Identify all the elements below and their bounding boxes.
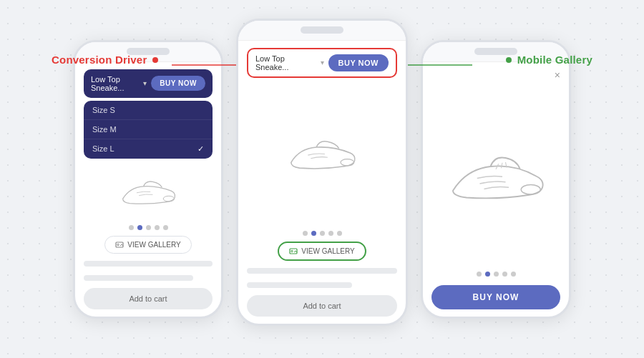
dots-center bbox=[247, 231, 397, 236]
dot-5 bbox=[163, 225, 168, 230]
phone-right: × bbox=[421, 40, 571, 319]
phone-right-body: × bbox=[423, 62, 569, 317]
add-to-cart-center[interactable]: Add to cart bbox=[247, 295, 397, 317]
dot-c1 bbox=[303, 231, 308, 236]
conversion-driver-label: Conversion Driver bbox=[52, 54, 158, 66]
conversion-driver-bar-center[interactable]: Low Top Sneake... ▾ BUY NOW bbox=[247, 48, 397, 78]
chevron-icon-left: ▾ bbox=[143, 79, 147, 87]
buy-now-btn-left[interactable]: BUY NOW bbox=[151, 76, 205, 91]
sneaker-image-right bbox=[442, 145, 550, 209]
dot-c3 bbox=[320, 231, 325, 236]
size-dropdown: Size S Size M Size L ✓ bbox=[84, 101, 213, 159]
dot-3 bbox=[146, 225, 151, 230]
phone-left-body: Low Top Sneake... ▾ BUY NOW Size S Size … bbox=[75, 62, 221, 317]
svg-point-5 bbox=[291, 250, 293, 252]
phone-center-body: Low Top Sneake... ▾ BUY NOW bbox=[238, 41, 406, 324]
conversion-driver-text: Conversion Driver bbox=[52, 54, 147, 66]
sneaker-area-right bbox=[431, 89, 560, 266]
size-s-label: Size S bbox=[92, 106, 115, 114]
conversion-driver-dot bbox=[152, 57, 158, 63]
dots-right bbox=[431, 272, 560, 277]
gallery-icon-center bbox=[289, 247, 298, 254]
dropdown-size-l[interactable]: Size L ✓ bbox=[84, 139, 213, 159]
view-gallery-label-center: VIEW GALLERY bbox=[301, 247, 354, 255]
size-l-label: Size L bbox=[92, 144, 114, 153]
close-btn-right[interactable]: × bbox=[431, 69, 560, 81]
dot-r2 bbox=[485, 272, 490, 277]
dropdown-size-s[interactable]: Size S bbox=[84, 101, 213, 119]
svg-point-6 bbox=[521, 185, 540, 195]
dot-r1 bbox=[477, 272, 482, 277]
buy-now-btn-center[interactable]: BUY NOW bbox=[328, 54, 389, 71]
buy-now-btn-right[interactable]: BUY NOW bbox=[431, 285, 560, 309]
dot-c2 bbox=[311, 231, 316, 236]
content-line-2 bbox=[84, 275, 193, 281]
check-icon: ✓ bbox=[197, 144, 204, 154]
dropdown-size-m[interactable]: Size M bbox=[84, 119, 213, 139]
conversion-driver-bar[interactable]: Low Top Sneake... ▾ BUY NOW bbox=[84, 69, 213, 98]
dot-c4 bbox=[328, 231, 333, 236]
view-gallery-btn-left[interactable]: VIEW GALLERY bbox=[104, 236, 191, 254]
phone-left: Low Top Sneake... ▾ BUY NOW Size S Size … bbox=[73, 40, 223, 319]
mobile-gallery-text: Mobile Gallery bbox=[517, 54, 592, 66]
dot-r4 bbox=[502, 272, 507, 277]
mobile-gallery-label: Mobile Gallery bbox=[506, 54, 592, 66]
dots-left bbox=[84, 225, 213, 230]
svg-point-0 bbox=[163, 196, 174, 202]
gallery-icon-left bbox=[115, 241, 124, 248]
dot-c5 bbox=[337, 231, 342, 236]
phone-center-top bbox=[238, 21, 406, 41]
sneaker-area-left bbox=[84, 164, 213, 219]
sneaker-image-left bbox=[116, 172, 180, 212]
product-name-center: Low Top Sneake... bbox=[255, 54, 316, 71]
add-to-cart-left[interactable]: Add to cart bbox=[84, 288, 213, 309]
content-line-c2 bbox=[247, 282, 352, 288]
dot-r5 bbox=[511, 272, 516, 277]
sneaker-image-center bbox=[283, 131, 361, 177]
dot-4 bbox=[155, 225, 160, 230]
dot-r3 bbox=[494, 272, 499, 277]
product-name-left: Low Top Sneake... bbox=[91, 75, 139, 92]
dot-2 bbox=[137, 225, 142, 230]
content-line-1 bbox=[84, 261, 213, 267]
svg-point-2 bbox=[117, 244, 119, 245]
size-m-label: Size M bbox=[92, 125, 117, 134]
svg-point-3 bbox=[341, 159, 354, 166]
view-gallery-btn-center[interactable]: VIEW GALLERY bbox=[278, 242, 366, 261]
view-gallery-label-left: VIEW GALLERY bbox=[127, 241, 180, 249]
chevron-icon-center: ▾ bbox=[321, 59, 324, 66]
phone-center: Low Top Sneake... ▾ BUY NOW bbox=[236, 19, 408, 326]
phone-center-notch bbox=[301, 26, 343, 34]
content-line-c1 bbox=[247, 268, 397, 274]
sneaker-area-center bbox=[247, 84, 397, 225]
mobile-gallery-dot bbox=[506, 57, 512, 63]
dot-1 bbox=[129, 225, 134, 230]
